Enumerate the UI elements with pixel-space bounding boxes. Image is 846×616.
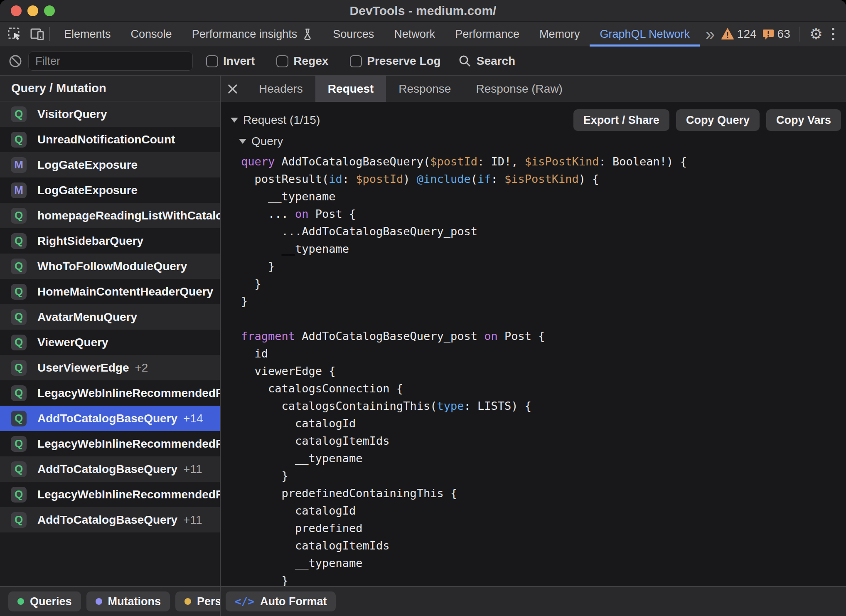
device-toolbar-icon[interactable]	[30, 27, 45, 41]
query-list-header: Query / Mutation	[0, 76, 220, 101]
query-type-badge: Q	[11, 512, 27, 528]
filter-pill-mutations[interactable]: Mutations	[86, 591, 170, 611]
search-label: Search	[477, 54, 515, 68]
pill-label: Mutations	[108, 595, 161, 608]
devtools-window: DevTools - medium.com/ ElementsConsolePe…	[0, 0, 846, 616]
query-name: AddToCatalogBaseQuery	[37, 412, 177, 425]
query-list-item[interactable]: MLogGateExposure	[0, 177, 220, 203]
query-type-filter-bar: QueriesMutationsPersisted	[0, 586, 220, 616]
pill-label: Persisted	[197, 595, 220, 608]
clear-block-icon[interactable]	[8, 54, 22, 68]
checkbox-box-icon	[350, 55, 362, 67]
code-line: catalogItemIds	[241, 537, 846, 554]
tab-memory[interactable]: Memory	[529, 22, 590, 47]
tab-graphql-network[interactable]: GraphQL Network	[590, 22, 700, 47]
query-list-panel: Query / Mutation QVisitorQueryQUnreadNot…	[0, 76, 221, 616]
warning-count: 124	[737, 27, 757, 41]
query-list-item[interactable]: QhomepageReadingListWithCatalogsQue	[0, 203, 220, 228]
query-list-item[interactable]: QLegacyWebInlineRecommendedFeedQu	[0, 380, 220, 406]
query-list-item[interactable]: QAvatarMenuQuery	[0, 304, 220, 330]
tab-performance-insights[interactable]: Performance insights	[182, 22, 323, 47]
query-list-item[interactable]: QUnreadNotificationCount	[0, 127, 220, 152]
code-line: catalogId	[241, 415, 846, 432]
search-control[interactable]: Search	[458, 54, 515, 68]
code-line: id	[241, 345, 846, 362]
pill-dot-icon	[184, 598, 191, 605]
issue-bubble-icon	[762, 28, 774, 40]
code-brackets-icon: </>	[235, 595, 254, 608]
inspect-element-icon[interactable]	[7, 27, 22, 41]
graphql-query-code: query AddToCatalogBaseQuery($postId: ID!…	[241, 153, 846, 586]
request-collapse-triangle[interactable]	[231, 118, 238, 123]
tab-elements[interactable]: Elements	[54, 22, 121, 47]
mutation-type-badge: M	[11, 182, 27, 198]
query-list-item[interactable]: QAddToCatalogBaseQuery+11	[0, 507, 220, 532]
code-line: ...AddToCatalogBaseQuery_post	[241, 223, 846, 240]
query-name: WhoToFollowModuleQuery	[37, 260, 187, 273]
query-list-item[interactable]: QLegacyWebInlineRecommendedFeedQu	[0, 431, 220, 456]
code-line: __typename	[241, 554, 846, 572]
issues-badge[interactable]: 63	[762, 27, 790, 41]
code-line: catalogId	[241, 502, 846, 520]
query-list-item[interactable]: QAddToCatalogBaseQuery+11	[0, 456, 220, 482]
query-type-badge: Q	[11, 284, 27, 300]
checkbox-preserve-log[interactable]: Preserve Log	[350, 54, 440, 68]
checkbox-label: Invert	[223, 54, 255, 68]
warning-triangle-icon	[721, 28, 734, 40]
checkbox-invert[interactable]: Invert	[206, 54, 255, 68]
query-type-badge: Q	[11, 259, 27, 274]
warnings-badge[interactable]: 124	[721, 27, 757, 41]
tab-console[interactable]: Console	[121, 22, 182, 47]
copy-vars-button[interactable]: Copy Vars	[766, 109, 841, 131]
query-list-item[interactable]: MLogGateExposure	[0, 152, 220, 177]
query-list-item[interactable]: QViewerQuery	[0, 330, 220, 355]
query-list-item[interactable]: QHomeMainContentHeaderQuery	[0, 279, 220, 304]
query-list-item[interactable]: QWhoToFollowModuleQuery	[0, 254, 220, 279]
settings-gear-icon[interactable]: ⚙	[809, 27, 823, 42]
checkbox-regex[interactable]: Regex	[276, 54, 328, 68]
window-title: DevTools - medium.com/	[0, 4, 846, 18]
copy-query-button[interactable]: Copy Query	[676, 109, 760, 131]
detail-tab-response[interactable]: Response	[386, 76, 463, 102]
request-section-label: Request (1/15)	[243, 113, 320, 127]
tab-performance[interactable]: Performance	[445, 22, 529, 47]
code-line: __typename	[241, 188, 846, 205]
checkbox-box-icon	[276, 55, 288, 67]
title-bar: DevTools - medium.com/	[0, 0, 846, 22]
tab-sources[interactable]: Sources	[323, 22, 384, 47]
pill-dot-icon	[96, 598, 102, 605]
query-type-badge: Q	[11, 309, 27, 325]
more-tabs-chevron[interactable]: »	[700, 22, 721, 47]
devtools-tab-bar: ElementsConsolePerformance insightsSourc…	[0, 22, 846, 47]
close-detail-button[interactable]	[221, 76, 246, 102]
detail-tab-response-raw-[interactable]: Response (Raw)	[463, 76, 575, 102]
code-line: viewerEdge {	[241, 362, 846, 380]
detail-tab-bar: HeadersRequestResponseResponse (Raw)	[221, 76, 846, 102]
query-name: LegacyWebInlineRecommendedFeedQu	[37, 488, 220, 501]
query-list-item[interactable]: QRightSidebarQuery	[0, 228, 220, 254]
code-line: }	[241, 467, 846, 485]
filter-input[interactable]	[28, 52, 193, 71]
query-list-item[interactable]: QUserViewerEdge+2	[0, 355, 220, 380]
tab-bar-separator	[49, 27, 50, 41]
toolbar-divider	[799, 27, 800, 42]
query-list-item[interactable]: QLegacyWebInlineRecommendedFeedQu	[0, 482, 220, 507]
duplicate-count: +14	[183, 412, 203, 425]
code-line: }	[241, 572, 846, 586]
query-list-item[interactable]: QVisitorQuery	[0, 101, 220, 127]
filter-pill-queries[interactable]: Queries	[8, 591, 81, 611]
filter-pill-persisted[interactable]: Persisted	[175, 591, 220, 611]
duplicate-count: +2	[135, 361, 148, 375]
detail-tab-request[interactable]: Request	[315, 76, 386, 102]
query-list: QVisitorQueryQUnreadNotificationCountMLo…	[0, 101, 220, 586]
query-collapse-triangle[interactable]	[239, 139, 246, 144]
query-list-item[interactable]: QAddToCatalogBaseQuery+14	[0, 406, 220, 431]
code-line: postResult(id: $postId) @include(if: $is…	[241, 170, 846, 188]
query-name: LegacyWebInlineRecommendedFeedQu	[37, 387, 220, 400]
detail-tab-headers[interactable]: Headers	[246, 76, 315, 102]
query-name: RightSidebarQuery	[37, 234, 143, 248]
export-share-button[interactable]: Export / Share	[573, 109, 669, 131]
kebab-menu-icon[interactable]	[829, 26, 838, 42]
auto-format-button[interactable]: </> Auto Format	[226, 591, 336, 611]
tab-network[interactable]: Network	[384, 22, 445, 47]
